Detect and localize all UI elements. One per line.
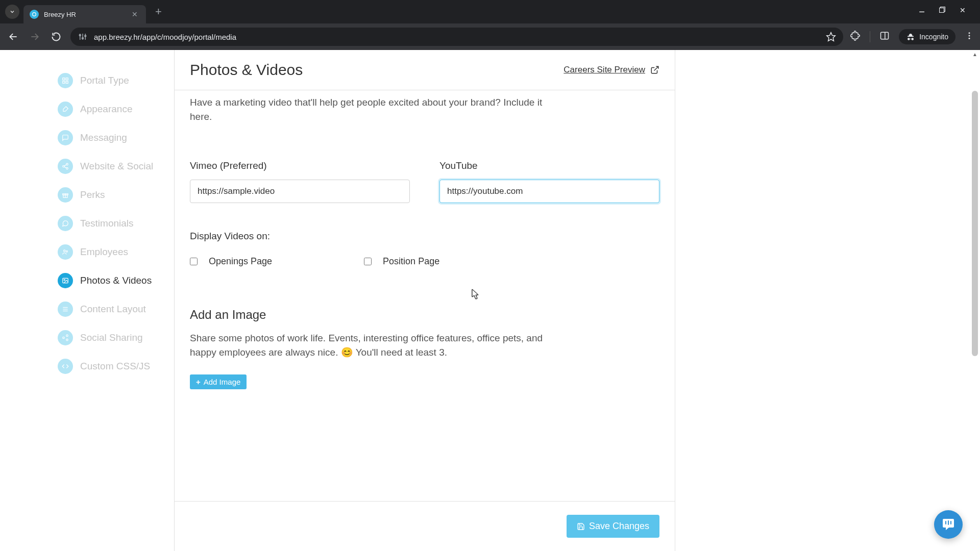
svg-point-15 xyxy=(969,35,970,37)
settings-sidebar: Portal Type Appearance Messaging Website… xyxy=(58,50,174,551)
add-image-button[interactable]: + Add Image xyxy=(190,374,247,389)
share-icon xyxy=(58,159,73,174)
incognito-icon xyxy=(906,32,915,41)
sidebar-item-content-layout[interactable]: Content Layout xyxy=(58,295,174,323)
browser-menu-button[interactable] xyxy=(965,31,974,42)
svg-point-22 xyxy=(63,165,65,167)
social-icon xyxy=(58,330,73,345)
sidebar-item-social-sharing[interactable]: Social Sharing xyxy=(58,323,174,352)
side-panel-icon[interactable] xyxy=(879,31,890,43)
grid-icon xyxy=(58,73,73,88)
tab-search-button[interactable] xyxy=(5,5,19,19)
back-button[interactable] xyxy=(6,30,20,44)
add-image-description: Share some photos of work life. Events, … xyxy=(190,331,557,359)
tab-title: Breezy HR xyxy=(44,11,130,18)
tab-favicon xyxy=(30,10,39,19)
window-minimize-button[interactable]: − xyxy=(919,6,925,18)
chevron-down-icon xyxy=(9,9,15,15)
sidebar-item-testimonials[interactable]: Testimonials xyxy=(58,209,174,238)
footer-bar: Save Changes xyxy=(175,501,675,551)
sidebar-item-label: Perks xyxy=(80,189,105,201)
brush-icon xyxy=(58,102,73,117)
bookmark-icon[interactable] xyxy=(826,32,836,42)
careers-preview-link[interactable]: Careers Site Preview xyxy=(564,65,659,75)
svg-rect-17 xyxy=(63,78,65,80)
sidebar-item-portal-type[interactable]: Portal Type xyxy=(58,66,174,95)
plus-icon: + xyxy=(196,378,201,386)
page-title: Photos & Videos xyxy=(190,61,303,79)
window-close-button[interactable]: ✕ xyxy=(960,6,966,18)
youtube-label: YouTube xyxy=(439,160,659,171)
forward-button[interactable] xyxy=(28,30,42,44)
sidebar-item-photos-videos[interactable]: Photos & Videos xyxy=(58,266,174,295)
svg-rect-20 xyxy=(66,81,68,83)
scroll-up-arrow[interactable]: ▲ xyxy=(971,50,979,58)
svg-point-14 xyxy=(969,32,970,34)
sidebar-item-employees[interactable]: Employees xyxy=(58,238,174,266)
sidebar-item-label: Testimonials xyxy=(80,218,134,229)
svg-point-8 xyxy=(79,35,81,36)
svg-rect-19 xyxy=(63,81,65,83)
svg-point-10 xyxy=(85,35,86,37)
svg-point-16 xyxy=(969,38,970,39)
sidebar-item-appearance[interactable]: Appearance xyxy=(58,95,174,123)
chat-bubble-icon xyxy=(941,517,955,532)
browser-tab-strip: Breezy HR ✕ + − ✕ xyxy=(0,0,980,23)
svg-point-37 xyxy=(63,337,65,339)
sidebar-item-label: Appearance xyxy=(80,104,132,115)
incognito-indicator[interactable]: Incognito xyxy=(899,29,955,44)
intercom-launcher[interactable] xyxy=(934,510,963,539)
openings-page-checkbox-wrapper[interactable]: Openings Page xyxy=(190,256,272,267)
tab-close-button[interactable]: ✕ xyxy=(130,10,140,18)
svg-rect-2 xyxy=(940,8,944,12)
code-icon xyxy=(58,359,73,374)
svg-point-38 xyxy=(66,339,68,341)
site-settings-icon[interactable] xyxy=(78,32,88,42)
extensions-icon[interactable] xyxy=(850,31,861,43)
add-image-heading: Add an Image xyxy=(190,308,659,322)
openings-page-checkbox[interactable] xyxy=(190,258,198,265)
sidebar-item-perks[interactable]: Perks xyxy=(58,181,174,209)
sidebar-item-label: Content Layout xyxy=(80,304,146,315)
svg-line-39 xyxy=(654,66,658,70)
position-page-checkbox-wrapper[interactable]: Position Page xyxy=(364,256,439,267)
vimeo-input[interactable] xyxy=(190,180,410,203)
sidebar-item-custom-css-js[interactable]: Custom CSS/JS xyxy=(58,352,174,381)
svg-rect-12 xyxy=(881,32,889,39)
people-icon xyxy=(58,244,73,260)
new-tab-button[interactable]: + xyxy=(148,5,169,18)
sidebar-item-label: Messaging xyxy=(80,132,127,143)
position-page-checkbox[interactable] xyxy=(364,258,372,265)
image-icon xyxy=(58,273,73,288)
scrollbar-thumb[interactable] xyxy=(972,91,978,356)
sidebar-item-messaging[interactable]: Messaging xyxy=(58,123,174,152)
window-maximize-button[interactable] xyxy=(939,6,945,18)
svg-point-21 xyxy=(66,163,68,165)
position-page-label: Position Page xyxy=(383,256,439,267)
browser-toolbar: app.breezy.hr/app/c/moodjoy/portal/media… xyxy=(0,23,980,50)
sidebar-item-label: Social Sharing xyxy=(80,332,143,343)
reload-button[interactable] xyxy=(49,30,63,44)
preview-link-label: Careers Site Preview xyxy=(564,65,645,75)
youtube-input[interactable] xyxy=(439,180,659,203)
address-bar[interactable]: app.breezy.hr/app/c/moodjoy/portal/media xyxy=(70,28,843,46)
display-videos-label: Display Videos on: xyxy=(190,231,659,242)
quote-icon xyxy=(58,216,73,231)
save-changes-button[interactable]: Save Changes xyxy=(567,515,659,538)
save-icon xyxy=(577,522,585,531)
sidebar-item-label: Portal Type xyxy=(80,75,129,86)
svg-point-30 xyxy=(66,251,67,252)
svg-line-24 xyxy=(64,165,66,166)
vertical-scrollbar[interactable]: ▲ xyxy=(971,50,979,551)
list-icon xyxy=(58,302,73,317)
videos-intro-text: Have a marketing video that'll help get … xyxy=(190,95,557,123)
browser-tab[interactable]: Breezy HR ✕ xyxy=(23,5,146,23)
sidebar-item-label: Website & Social xyxy=(80,161,153,172)
svg-point-9 xyxy=(82,38,84,39)
sidebar-item-website-social[interactable]: Website & Social xyxy=(58,152,174,181)
svg-line-25 xyxy=(64,167,66,168)
svg-point-0 xyxy=(33,13,36,16)
svg-point-32 xyxy=(64,280,65,281)
incognito-label: Incognito xyxy=(919,33,948,41)
svg-point-29 xyxy=(64,250,66,252)
